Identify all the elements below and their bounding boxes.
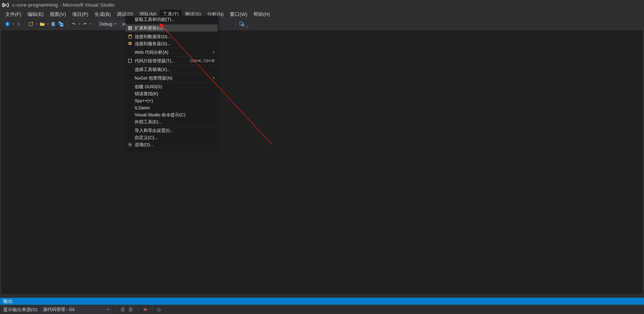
menu-item-label: 连接到数据库(D)...: [135, 34, 214, 40]
menu-item[interactable]: 扩展和更新(U)...: [126, 24, 218, 31]
menu-item-label: Spy++(+): [135, 98, 214, 103]
menu-item-label: Web 代码分析(A): [135, 49, 211, 55]
unindent-icon[interactable]: [120, 307, 126, 313]
redo-button[interactable]: [81, 20, 88, 27]
toolbar-separator: [67, 21, 68, 27]
menu-separator: [127, 82, 216, 82]
svg-rect-7: [60, 23, 62, 24]
menu-item[interactable]: Visual Studio 命令提示(C): [126, 111, 218, 118]
toolbar-separator: [94, 21, 94, 27]
menu-文件f[interactable]: 文件(F): [2, 10, 24, 19]
menu-item[interactable]: ILDasm: [126, 104, 218, 111]
menu-item[interactable]: 代码片段管理器(T)...Ctrl+K, Ctrl+B: [126, 57, 218, 64]
menu-帮助h[interactable]: 帮助(H): [250, 10, 273, 19]
db-icon: [127, 34, 133, 39]
save-button[interactable]: [50, 20, 57, 27]
window-title: c-core-programming - Microsoft Visual St…: [12, 2, 114, 8]
menu-item[interactable]: 外部工具(E)...: [126, 118, 218, 125]
solution-config-dropdown[interactable]: Debug: [97, 20, 119, 27]
menu-item[interactable]: 自定义(C)...: [126, 134, 218, 141]
nav-forward-button: [15, 20, 22, 27]
menu-item[interactable]: 获取工具和功能(T)...: [126, 16, 218, 23]
editor-background: [1, 30, 643, 294]
menu-separator: [127, 32, 216, 32]
submenu-arrow-icon: [213, 51, 214, 53]
chevron-down-icon[interactable]: [12, 23, 14, 25]
svg-rect-19: [128, 59, 132, 63]
indent-icon[interactable]: [128, 307, 134, 313]
nav-back-button[interactable]: [4, 20, 11, 27]
output-source-label: 显示输出来源(S):: [3, 307, 38, 313]
main-toolbar: Debug x64: [0, 19, 644, 29]
find-in-files-button[interactable]: [238, 20, 246, 27]
menu-视图v[interactable]: 视图(V): [46, 10, 69, 19]
solution-config-value: Debug: [99, 22, 112, 27]
svg-rect-14: [128, 28, 130, 30]
menu-item-label: NuGet 包管理器(N): [135, 75, 211, 81]
menu-item-label: ILDasm: [135, 105, 214, 110]
chevron-down-icon[interactable]: [36, 23, 38, 25]
menu-item[interactable]: 选项(O)...: [126, 141, 218, 148]
menu-separator: [127, 65, 216, 65]
menu-separator: [127, 74, 216, 74]
menu-item-label: Visual Studio 命令提示(C): [135, 112, 214, 118]
menu-item[interactable]: 连接到数据库(D)...: [126, 33, 218, 40]
menu-生成b[interactable]: 生成(B): [92, 10, 114, 19]
menu-编辑e[interactable]: 编辑(E): [24, 10, 46, 19]
menu-separator: [127, 126, 216, 126]
output-source-value: 源代码管理 - Git: [43, 307, 74, 313]
svg-rect-18: [128, 44, 132, 45]
output-source-dropdown[interactable]: 源代码管理 - Git: [40, 306, 111, 313]
chevron-down-icon[interactable]: [90, 23, 92, 25]
menu-item[interactable]: 选择工具箱项(X)...: [126, 66, 218, 73]
undo-button[interactable]: [70, 20, 77, 27]
menu-item[interactable]: 连接到服务器(S)...: [126, 40, 218, 47]
menu-item[interactable]: Spy++(+): [126, 97, 218, 104]
svg-text:ab: ab: [157, 308, 160, 310]
menu-item-label: 导入和导出设置(I)...: [135, 128, 214, 134]
menu-item[interactable]: 导入和导出设置(I)...: [126, 127, 218, 134]
menu-bar: 文件(F)编辑(E)视图(V)项目(P)生成(B)调试(D)团队(M)工具(T)…: [0, 10, 644, 19]
svg-rect-15: [130, 28, 132, 30]
menu-item[interactable]: 创建 GUID(G): [126, 83, 218, 90]
title-bar: c-core-programming - Microsoft Visual St…: [0, 0, 644, 10]
svg-rect-13: [130, 26, 132, 28]
menu-item[interactable]: 错误查找(K): [126, 90, 218, 97]
new-project-button[interactable]: [28, 20, 35, 27]
output-panel-header[interactable]: 输出: [0, 298, 644, 305]
toolbar-separator: [152, 306, 152, 313]
vs-logo-icon: [2, 1, 9, 9]
toolbar-separator: [236, 21, 236, 27]
svg-rect-12: [128, 26, 130, 28]
output-toolbar: 显示输出来源(S): 源代码管理 - Git ab: [0, 305, 644, 314]
open-file-button[interactable]: [39, 20, 46, 27]
svg-rect-8: [60, 25, 63, 26]
chevron-down-icon: [107, 309, 109, 310]
work-area: 输出 显示输出来源(S): 源代码管理 - Git ab: [0, 29, 644, 314]
menu-separator: [127, 56, 216, 57]
clear-all-icon[interactable]: [142, 307, 148, 313]
chevron-down-icon[interactable]: [247, 27, 248, 28]
chevron-down-icon: [114, 23, 116, 25]
menu-item[interactable]: NuGet 包管理器(N): [126, 74, 218, 82]
menu-item-label: 创建 GUID(G): [135, 84, 214, 90]
submenu-arrow-icon: [213, 77, 214, 79]
svg-point-20: [129, 144, 131, 145]
save-all-button[interactable]: [58, 20, 65, 27]
menu-separator: [127, 23, 216, 24]
menu-item-label: 获取工具和功能(T)...: [135, 16, 214, 22]
menu-item-label: 代码片段管理器(T)...: [135, 58, 190, 64]
server-icon: [127, 41, 133, 46]
chevron-down-icon[interactable]: [47, 23, 49, 25]
menu-item[interactable]: Web 代码分析(A): [126, 49, 218, 56]
menu-项目p[interactable]: 项目(P): [69, 10, 92, 19]
svg-rect-4: [52, 22, 54, 23]
output-panel-title: 输出: [3, 298, 13, 305]
chevron-down-icon[interactable]: [78, 23, 80, 25]
svg-rect-5: [52, 24, 54, 26]
menu-item-label: 扩展和更新(U)...: [135, 25, 214, 31]
menu-窗口w[interactable]: 窗口(W): [227, 10, 250, 19]
gear-icon: [127, 142, 133, 147]
snippet-icon: [127, 59, 133, 63]
toggle-wordwrap-icon[interactable]: ab: [156, 307, 163, 313]
